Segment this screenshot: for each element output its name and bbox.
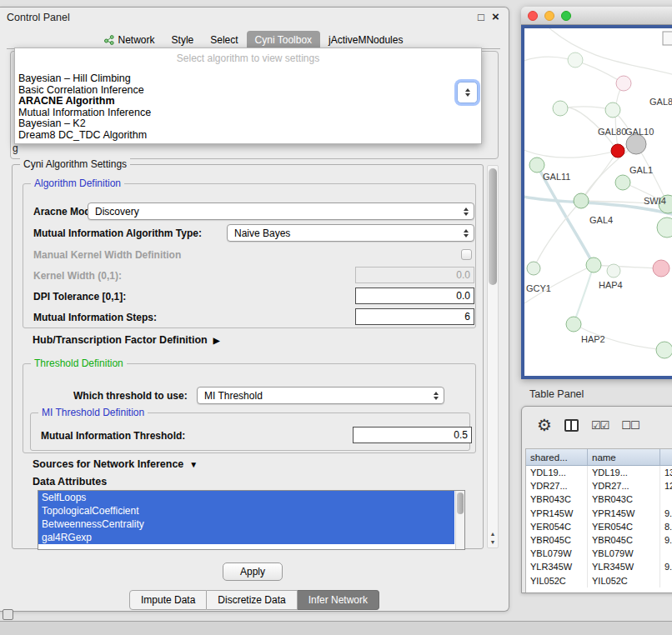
cell-name[interactable]: YBR045C [588,533,660,547]
cell-name[interactable]: YDL19... [588,466,660,479]
attribute-item[interactable]: TopologicalCoefficient [38,504,454,518]
column-header-name[interactable]: name [588,449,660,465]
dropdown-option[interactable]: ARACNE Algorithm [15,96,481,108]
cell-name[interactable]: YER054C [588,520,660,533]
attribute-item[interactable]: BetweennessCentrality [38,518,454,531]
gear-icon[interactable]: ⚙ [537,417,552,433]
network-canvas[interactable]: GAL80 GAL80 GAL10 GAL11 GAL1 SWI4 GAL4 G… [521,25,672,379]
cell-name[interactable]: YLR345W [588,560,660,573]
cell-name[interactable]: YDR27... [588,479,660,492]
table-row[interactable]: YPR145W YPR145W 9. [526,507,672,520]
node[interactable] [657,218,672,238]
cell-value[interactable]: 9. [660,560,672,573]
cell-value[interactable]: 8. [660,520,672,533]
node-hap2[interactable] [566,317,581,332]
cell-shared-name[interactable]: YBR043C [526,492,588,506]
tab-jactivemnodules[interactable]: jActiveMNodules [320,31,411,48]
table-row[interactable]: YLR345W YLR345W 9. [526,560,672,573]
node-selected-red[interactable] [611,144,624,158]
node[interactable] [568,52,583,68]
tab-infer-network[interactable]: Infer Network [298,590,379,610]
overview-box[interactable] [663,32,672,45]
list-scrollbar-thumb[interactable] [457,492,464,514]
settings-scrollbar[interactable]: ▲▼ [487,165,499,548]
cell-shared-name[interactable]: YPR145W [526,507,588,520]
scrollbar-arrows[interactable]: ▲▼ [488,531,498,545]
attribute-item[interactable]: SelfLoops [38,491,454,504]
apply-button[interactable]: Apply [223,562,283,581]
node[interactable] [607,264,620,278]
node-gal11[interactable] [529,158,544,172]
cell-shared-name[interactable]: YER054C [526,520,588,533]
cell-shared-name[interactable]: YBR045C [526,533,588,547]
node-gcy1[interactable] [527,262,540,275]
cell-value[interactable]: 9. [660,507,672,520]
sources-section-toggle[interactable]: Sources for Network Inference ▼ [33,458,198,470]
aracne-mode-select[interactable]: Discovery [88,202,474,220]
node-gal1[interactable] [615,175,630,190]
close-traffic-light[interactable] [528,11,538,21]
cell-shared-name[interactable]: YDL19... [526,466,588,479]
table-row[interactable]: YBR043C YBR043C [526,492,672,506]
cell-name[interactable]: YBL079W [588,547,660,560]
table-row[interactable]: YDR27... YDR27... 12 [526,479,672,492]
which-threshold-select[interactable]: MI Threshold [197,387,444,404]
table-row[interactable]: YBR045C YBR045C 9. [526,533,672,547]
node-pink[interactable] [653,260,669,277]
cell-shared-name[interactable]: YDR27... [526,479,588,492]
tab-network[interactable]: Network [96,31,163,48]
columns-icon[interactable] [564,419,579,432]
close-window-icon[interactable]: × [492,11,499,22]
cell-value[interactable]: 13 [660,466,672,479]
dropdown-option[interactable]: Bayesian – K2 [15,118,481,130]
node[interactable] [656,342,672,358]
hub-section-toggle[interactable]: Hub/Transcription Factor Definition ▶ [33,334,219,346]
table-row[interactable]: YIL052C YIL052C [526,574,672,588]
cell-name[interactable]: YIL052C [588,574,660,588]
cell-value[interactable] [660,492,672,506]
tab-impute-data[interactable]: Impute Data [129,590,207,610]
cell-shared-name[interactable]: YIL052C [526,574,588,588]
select-all-checks-icon[interactable]: ☑☑ [591,419,609,432]
network-window-titlebar[interactable] [521,7,672,25]
node[interactable] [553,101,568,116]
minimize-traffic-light[interactable] [544,11,554,21]
minimized-panel-icon[interactable] [3,609,13,620]
cell-value[interactable]: 9. [660,533,672,547]
list-scrollbar[interactable] [455,491,464,549]
attribute-item[interactable]: gal4RGexp [38,531,454,544]
mi-threshold-input[interactable] [353,427,472,443]
float-window-icon[interactable]: □ [478,12,484,23]
column-header-shared-name[interactable]: shared... [526,449,588,465]
table-row[interactable]: YDL19... YDL19... 13 [526,466,672,479]
cell-shared-name[interactable]: YBL079W [526,547,588,560]
mi-steps-input[interactable] [355,308,474,325]
algorithm-combo-stepper[interactable] [457,82,478,103]
node-gal10[interactable] [626,134,646,154]
dpi-tolerance-input[interactable] [355,288,474,304]
cell-name[interactable]: YPR145W [588,507,660,520]
column-header-partial[interactable] [660,449,672,465]
node-gal4[interactable] [574,193,589,208]
node-hap4[interactable] [586,258,601,272]
kernel-width-input[interactable] [355,267,474,283]
tab-select[interactable]: Select [202,31,246,48]
scrollbar-thumb[interactable] [489,168,497,285]
node[interactable] [605,102,620,118]
deselect-all-checks-icon[interactable]: ☐☐ [621,419,639,432]
cell-shared-name[interactable]: YLR345W [526,560,588,573]
cell-name[interactable]: YBR043C [588,492,660,506]
cell-value[interactable] [660,547,672,560]
tab-style[interactable]: Style [163,31,203,48]
node-pink[interactable] [616,76,631,91]
tab-discretize-data[interactable]: Discretize Data [207,590,297,610]
mi-type-select[interactable]: Naive Bayes [227,224,474,242]
table-row[interactable]: YBL079W YBL079W [526,547,672,560]
cell-value[interactable]: 12 [660,479,672,492]
manual-kernel-checkbox[interactable] [461,249,472,260]
cell-value[interactable] [660,574,672,588]
dropdown-option[interactable]: Basic Correlation Inference [15,85,481,97]
dropdown-option[interactable]: Bayesian – Hill Climbing [15,73,481,85]
table-row[interactable]: YER054C YER054C 8. [526,520,672,533]
dropdown-option[interactable]: Dream8 DC_TDC Algorithm [15,130,481,142]
